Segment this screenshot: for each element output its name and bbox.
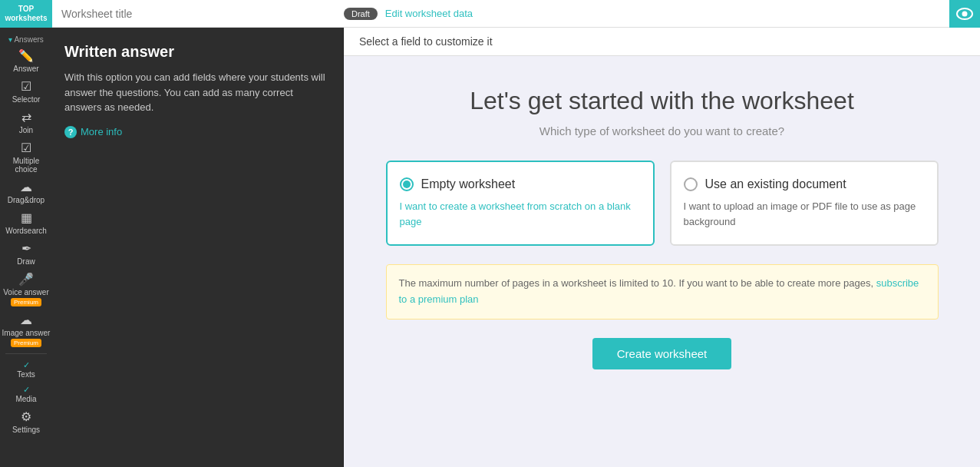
voice-premium-badge: Premium bbox=[11, 298, 41, 306]
sidebar-item-answer[interactable]: ✏️ Answer bbox=[0, 45, 52, 76]
selector-label: Selector bbox=[12, 95, 41, 104]
sidebar-item-media[interactable]: ✓ Media bbox=[0, 382, 52, 406]
draft-badge: Draft bbox=[344, 8, 378, 20]
empty-option-desc: I want to create a worksheet from scratc… bbox=[400, 199, 641, 229]
empty-radio[interactable] bbox=[400, 177, 414, 191]
middle-panel-description: With this option you can add fields wher… bbox=[64, 70, 331, 115]
wordsearch-label: Wordsearch bbox=[5, 227, 47, 235]
middle-panel-title: Written answer bbox=[64, 43, 331, 61]
worksheet-subheading: Which type of worksheet do you want to c… bbox=[539, 124, 784, 137]
drag-drop-label: Drag&drop bbox=[8, 196, 45, 204]
existing-document-option[interactable]: Use an existing document I want to uploa… bbox=[670, 161, 939, 246]
multiple-choice-icon: ☑ bbox=[21, 141, 31, 155]
answer-icon: ✏️ bbox=[18, 48, 34, 63]
sidebar-item-texts[interactable]: ✓ Texts bbox=[0, 357, 52, 382]
info-box-text: The maximum number of pages in a workshe… bbox=[399, 277, 874, 289]
image-answer-icon: ☁ bbox=[20, 313, 32, 327]
worksheet-heading: Let's get started with the worksheet bbox=[470, 87, 854, 115]
image-premium-badge: Premium bbox=[11, 339, 41, 347]
media-label: Media bbox=[15, 395, 36, 403]
eye-icon bbox=[956, 8, 973, 20]
existing-option-desc: I want to upload an image or PDF file to… bbox=[684, 199, 925, 229]
right-content: Select a field to customize it Let's get… bbox=[344, 28, 980, 467]
more-info-link[interactable]: ? More info bbox=[64, 126, 331, 138]
worksheet-area: Let's get started with the worksheet Whi… bbox=[344, 56, 980, 467]
voice-answer-label: Voice answer bbox=[3, 288, 48, 296]
sidebar-item-multiple-choice[interactable]: ☑ Multiple choice bbox=[0, 137, 52, 177]
sidebar-item-drag-drop[interactable]: ☁ Drag&drop bbox=[0, 177, 52, 207]
draw-label: Draw bbox=[17, 257, 35, 266]
drag-drop-icon: ☁ bbox=[20, 180, 32, 194]
more-info-label: More info bbox=[81, 126, 122, 137]
image-answer-label: Image answer bbox=[2, 329, 51, 337]
empty-radio-inner bbox=[403, 181, 411, 188]
selector-icon: ☑ bbox=[21, 79, 31, 94]
draw-icon: ✒ bbox=[21, 241, 31, 256]
answers-section-label: ▾ Answers bbox=[0, 35, 52, 44]
join-icon: ⇄ bbox=[21, 110, 31, 124]
media-check-icon: ✓ bbox=[23, 385, 30, 395]
existing-option-title: Use an existing document bbox=[705, 177, 846, 191]
main-layout: ▾ Answers ✏️ Answer ☑ Selector ⇄ Join ☑ … bbox=[0, 28, 980, 467]
left-sidebar: ▾ Answers ✏️ Answer ☑ Selector ⇄ Join ☑ … bbox=[0, 28, 52, 467]
sidebar-divider-1 bbox=[5, 353, 47, 354]
select-field-bar: Select a field to customize it bbox=[344, 28, 980, 56]
answer-label: Answer bbox=[13, 65, 38, 73]
settings-icon: ⚙ bbox=[21, 409, 31, 424]
create-worksheet-button[interactable]: Create worksheet bbox=[592, 338, 732, 369]
sidebar-item-image-answer[interactable]: ☁ Image answer Premium bbox=[0, 310, 52, 350]
sidebar-item-voice-answer[interactable]: 🎤 Voice answer Premium bbox=[0, 269, 52, 310]
info-box: The maximum number of pages in a workshe… bbox=[386, 264, 939, 320]
existing-option-header: Use an existing document bbox=[684, 177, 925, 191]
top-worksheets-logo[interactable]: TOPworksheets bbox=[0, 0, 52, 28]
empty-option-title: Empty worksheet bbox=[421, 177, 516, 191]
sidebar-item-settings[interactable]: ⚙ Settings bbox=[0, 406, 52, 437]
middle-panel: Written answer With this option you can … bbox=[52, 28, 344, 467]
worksheet-title-input[interactable] bbox=[52, 0, 344, 27]
existing-radio[interactable] bbox=[684, 177, 698, 191]
worksheet-options-row: Empty worksheet I want to create a works… bbox=[386, 161, 939, 246]
preview-button[interactable] bbox=[949, 0, 980, 28]
sidebar-item-wordsearch[interactable]: ▦ Wordsearch bbox=[0, 207, 52, 238]
settings-label: Settings bbox=[12, 426, 40, 434]
join-label: Join bbox=[19, 126, 33, 134]
svg-point-1 bbox=[962, 11, 968, 16]
more-info-icon: ? bbox=[64, 126, 77, 138]
wordsearch-icon: ▦ bbox=[21, 210, 32, 225]
top-bar: TOPworksheets Draft Edit worksheet data bbox=[0, 0, 980, 28]
sidebar-item-join[interactable]: ⇄ Join bbox=[0, 107, 52, 137]
sidebar-item-selector[interactable]: ☑ Selector bbox=[0, 76, 52, 107]
sidebar-item-draw[interactable]: ✒ Draw bbox=[0, 238, 52, 269]
texts-check-icon: ✓ bbox=[23, 360, 30, 370]
multiple-choice-label: Multiple choice bbox=[2, 157, 51, 174]
empty-worksheet-option[interactable]: Empty worksheet I want to create a works… bbox=[386, 161, 655, 246]
edit-worksheet-link[interactable]: Edit worksheet data bbox=[385, 8, 949, 19]
texts-label: Texts bbox=[17, 370, 35, 379]
empty-option-header: Empty worksheet bbox=[400, 177, 641, 191]
voice-icon: 🎤 bbox=[18, 272, 34, 286]
